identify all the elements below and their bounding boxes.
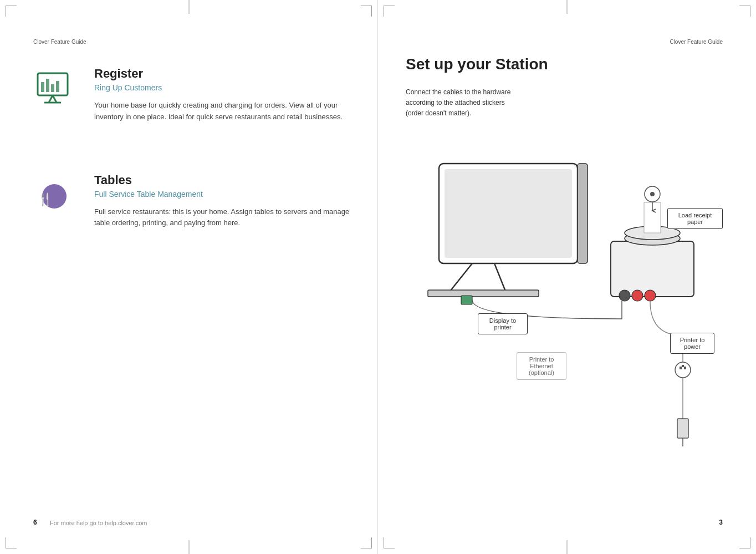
left-page: Clover Feature Guide — [0, 0, 378, 554]
svg-line-12 — [450, 263, 472, 291]
right-page-number: 3 — [719, 519, 723, 526]
left-page-number: 6 — [33, 519, 37, 526]
top-center-mark — [188, 0, 189, 14]
right-corner-tl — [384, 6, 395, 17]
register-title: Register — [94, 67, 355, 81]
svg-text:🍴: 🍴 — [38, 192, 53, 207]
corner-mark-bl — [6, 537, 17, 548]
display-printer-label: Display to printer — [489, 317, 516, 331]
right-corner-bl — [384, 537, 395, 548]
svg-line-13 — [494, 263, 505, 291]
tables-text: Tables Full Service Table Management Ful… — [94, 173, 355, 230]
right-header: Clover Feature Guide — [670, 39, 723, 45]
tables-subtitle: Full Service Table Management — [94, 190, 355, 199]
tables-description: Full service restaurants: this is your h… — [94, 206, 355, 230]
printer-to-power-callout: Printer to power — [670, 333, 714, 354]
svg-rect-30 — [682, 365, 684, 367]
printer-power-label: Printer to power — [680, 337, 705, 350]
svg-point-25 — [632, 290, 643, 301]
tables-section: 🍴 Tables Full Service Table Management F… — [33, 173, 355, 230]
right-corner-tr — [739, 6, 750, 17]
svg-point-24 — [619, 290, 630, 301]
svg-line-6 — [53, 95, 57, 103]
svg-rect-29 — [684, 367, 686, 369]
tables-icon: 🍴 — [33, 173, 78, 217]
register-text: Register Ring Up Customers Your home bas… — [94, 67, 355, 123]
display-to-printer-callout: Display to printer — [478, 313, 528, 334]
svg-rect-23 — [461, 296, 472, 304]
right-corner-br — [739, 537, 750, 548]
corner-mark-tl — [6, 6, 17, 17]
setup-diagram: Load receipt paper Display to printer Pr… — [406, 130, 739, 474]
svg-rect-4 — [56, 81, 59, 92]
left-content: Register Ring Up Customers Your home bas… — [33, 67, 355, 257]
svg-line-5 — [49, 95, 53, 103]
svg-rect-16 — [611, 241, 694, 297]
load-receipt-callout: Load receipt paper — [667, 208, 723, 229]
left-header: Clover Feature Guide — [33, 39, 86, 45]
svg-rect-2 — [46, 79, 49, 92]
right-page: Clover Feature Guide Set up your Station… — [378, 0, 756, 554]
svg-rect-28 — [680, 367, 682, 369]
svg-rect-32 — [677, 419, 688, 438]
svg-point-27 — [675, 362, 691, 378]
load-receipt-label: Load receipt paper — [678, 212, 712, 225]
register-icon — [33, 67, 78, 111]
right-content: Set up your Station Connect the cables t… — [406, 55, 739, 474]
footer-text: For more help go to help.clover.com — [50, 520, 147, 526]
register-description: Your home base for quickly creating and … — [94, 100, 355, 123]
svg-point-21 — [650, 192, 655, 196]
svg-rect-11 — [445, 169, 572, 258]
right-top-mark — [567, 0, 568, 14]
instruction-text: Connect the cables to the hardware accor… — [406, 87, 517, 119]
svg-rect-14 — [428, 290, 539, 297]
register-section: Register Ring Up Customers Your home bas… — [33, 67, 355, 123]
right-bottom-mark — [567, 540, 568, 554]
svg-rect-1 — [41, 82, 44, 92]
register-subtitle: Ring Up Customers — [94, 83, 355, 92]
printer-ethernet-label: Printer to Ethernet (optional) — [529, 356, 554, 376]
corner-mark-br — [361, 537, 372, 548]
svg-rect-15 — [578, 164, 588, 263]
corner-mark-tr — [361, 6, 372, 17]
printer-ethernet-callout: Printer to Ethernet (optional) — [517, 352, 566, 380]
svg-rect-3 — [51, 84, 54, 92]
station-title: Set up your Station — [406, 55, 739, 73]
tables-title: Tables — [94, 173, 355, 187]
svg-point-26 — [645, 290, 656, 301]
bottom-center-mark — [188, 540, 189, 554]
